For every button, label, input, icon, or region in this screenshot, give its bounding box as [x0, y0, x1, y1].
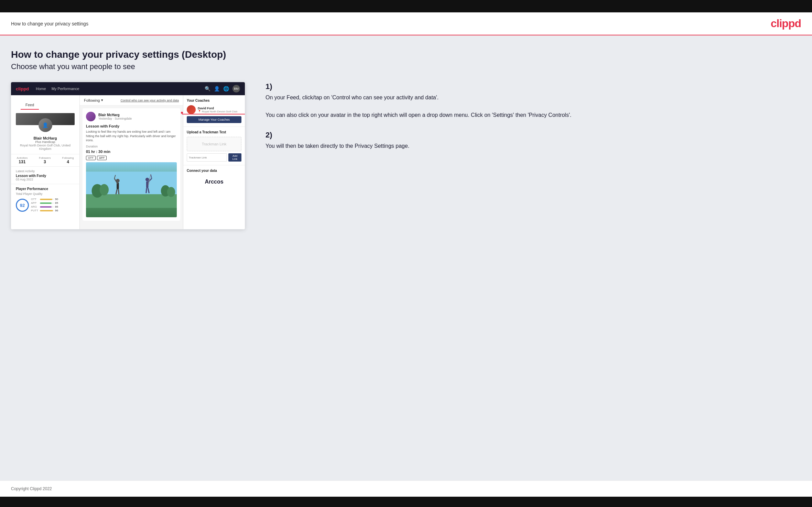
- page-subtitle: Choose what you want people to see: [11, 62, 801, 71]
- coach-item: David Ford 📍 Royal North Devon Golf Club: [187, 105, 241, 114]
- latest-activity-label: Latest Activity: [16, 169, 75, 173]
- bar-app-label: APP: [31, 201, 39, 205]
- trackman-input-row: Add Link: [187, 153, 241, 162]
- bar-app-fill: [40, 202, 52, 204]
- trackman-title: Upload a Trackman Test: [187, 130, 241, 134]
- avatar: 👤: [39, 118, 52, 132]
- quality-circle: 92: [16, 199, 29, 212]
- app-nav-links: Home My Performance: [36, 87, 79, 91]
- chevron-down-icon: ▾: [101, 98, 103, 102]
- stat-activities-value: 131: [17, 159, 28, 164]
- connect-title: Connect your data: [187, 169, 241, 173]
- site-footer: Copyright Clippd 2022: [0, 481, 812, 497]
- post-duration-value: 01 hr : 30 min: [86, 150, 177, 154]
- manage-coaches-button[interactable]: Manage Your Coaches: [187, 116, 241, 123]
- post-location: Yesterday · Sunningdale: [98, 117, 132, 120]
- coach-info: David Ford 📍 Royal North Devon Golf Club: [198, 107, 237, 113]
- coach-name: David Ford: [198, 107, 237, 110]
- post-image: [86, 162, 177, 217]
- post-author-name: Blair McHarg: [98, 113, 132, 117]
- bottom-bar: [0, 497, 812, 507]
- app-nav-right: 🔍 👤 🌐 BM: [205, 85, 240, 92]
- connect-section: Connect your data Arccos: [183, 165, 245, 192]
- post-duration-label: Duration: [86, 145, 177, 148]
- svg-point-12: [145, 178, 149, 181]
- nav-home[interactable]: Home: [36, 87, 46, 91]
- profile-handicap: Plus Handicap: [16, 140, 75, 144]
- activity-title: Lesson with Fordy: [16, 174, 75, 178]
- app-logo: clippd: [16, 86, 29, 91]
- svg-line-17: [146, 188, 147, 193]
- stat-following: Following 4: [62, 156, 74, 164]
- bar-app-track: [40, 202, 54, 204]
- app-mockup: clippd Home My Performance 🔍 👤 🌐 BM: [11, 82, 245, 229]
- profile-name: Blair McHarg: [16, 136, 75, 140]
- top-bar: [0, 0, 812, 12]
- post-tags: OTT APP: [86, 156, 177, 160]
- breadcrumb: How to change your privacy settings: [11, 21, 88, 26]
- post-avatar: [86, 112, 96, 121]
- instruction-1: 1) On your Feed, click/tap on 'Control w…: [266, 82, 801, 120]
- control-privacy-link[interactable]: Control who can see your activity and da…: [120, 99, 179, 102]
- trackman-placeholder: Trackman Link: [187, 137, 241, 151]
- instruction-2: 2) You will then be taken directly to th…: [266, 131, 801, 151]
- duration-label-text: Duration: [86, 145, 98, 148]
- avatar-button[interactable]: BM: [232, 85, 240, 92]
- bar-ott-value: 90: [55, 198, 58, 201]
- bar-putt-label: PUTT: [31, 209, 39, 212]
- post-header: Blair McHarg Yesterday · Sunningdale: [86, 112, 177, 121]
- globe-icon[interactable]: 🌐: [223, 86, 229, 91]
- clippd-logo: clippd: [771, 17, 801, 30]
- profile-stats: Activities 131 Followers 3 Following 4: [11, 154, 79, 167]
- app-body: Feed 👤 Blair McHarg Plus Handicap Royal …: [11, 95, 245, 229]
- activity-date: 03 Aug 2022: [16, 178, 75, 181]
- bar-putt-value: 96: [55, 209, 58, 212]
- add-link-button[interactable]: Add Link: [228, 153, 241, 162]
- post-description: Looking to feel like my hands are exitin…: [86, 130, 177, 143]
- quality-bars: OTT 90 APP: [31, 198, 58, 213]
- instruction-1-number: 1): [266, 82, 801, 91]
- bar-putt: PUTT 96: [31, 209, 58, 212]
- tag-ott: OTT: [86, 156, 96, 160]
- following-label: Following: [84, 98, 100, 102]
- bar-putt-track: [40, 210, 54, 211]
- instruction-2-number: 2): [266, 131, 801, 140]
- bar-arg-value: 86: [55, 205, 58, 208]
- feed-header: Following ▾ Control who can see your act…: [80, 95, 183, 106]
- nav-performance[interactable]: My Performance: [52, 87, 79, 91]
- stat-activities: Activities 131: [17, 156, 28, 164]
- stat-activities-label: Activities: [17, 156, 28, 159]
- app-feed: Following ▾ Control who can see your act…: [80, 95, 183, 229]
- post-title: Lesson with Fordy: [86, 124, 177, 128]
- bar-arg: ARG 86: [31, 205, 58, 208]
- bar-app: APP 85: [31, 201, 58, 205]
- app-nav: clippd Home My Performance 🔍 👤 🌐 BM: [11, 82, 245, 95]
- post-author-info: Blair McHarg Yesterday · Sunningdale: [98, 113, 132, 120]
- feed-tab[interactable]: Feed: [21, 101, 39, 110]
- page-title: How to change your privacy settings (Des…: [11, 49, 801, 60]
- search-icon[interactable]: 🔍: [205, 86, 210, 91]
- trackman-input[interactable]: [187, 153, 227, 162]
- bar-ott-fill: [40, 199, 52, 200]
- bar-arg-track: [40, 206, 54, 208]
- bar-app-value: 85: [55, 201, 58, 205]
- bar-putt-fill: [40, 210, 53, 211]
- bar-ott: OTT 90: [31, 198, 58, 201]
- arccos-logo: Arccos: [187, 175, 241, 188]
- profile-club: Royal North Devon Golf Club, United King…: [16, 144, 75, 151]
- latest-activity-section: Latest Activity Lesson with Fordy 03 Aug…: [11, 167, 79, 184]
- bar-ott-track: [40, 199, 54, 200]
- coaches-section-title: Your Coaches: [187, 99, 241, 102]
- site-header: How to change your privacy settings clip…: [0, 12, 812, 35]
- copyright-text: Copyright Clippd 2022: [11, 486, 52, 491]
- location-icon: 📍: [198, 110, 201, 113]
- content-wrapper: clippd Home My Performance 🔍 👤 🌐 BM: [11, 82, 801, 229]
- coaches-section: Your Coaches David Ford 📍 Royal North De…: [183, 95, 245, 127]
- coach-club: 📍 Royal North Devon Golf Club: [198, 110, 237, 113]
- instruction-2-text: You will then be taken directly to the P…: [266, 142, 801, 151]
- stat-following-value: 4: [62, 159, 74, 164]
- person-icon[interactable]: 👤: [214, 86, 220, 91]
- following-button[interactable]: Following ▾: [84, 98, 103, 102]
- coach-club-text: Royal North Devon Golf Club: [202, 110, 237, 113]
- trackman-section: Upload a Trackman Test Trackman Link Add…: [183, 127, 245, 165]
